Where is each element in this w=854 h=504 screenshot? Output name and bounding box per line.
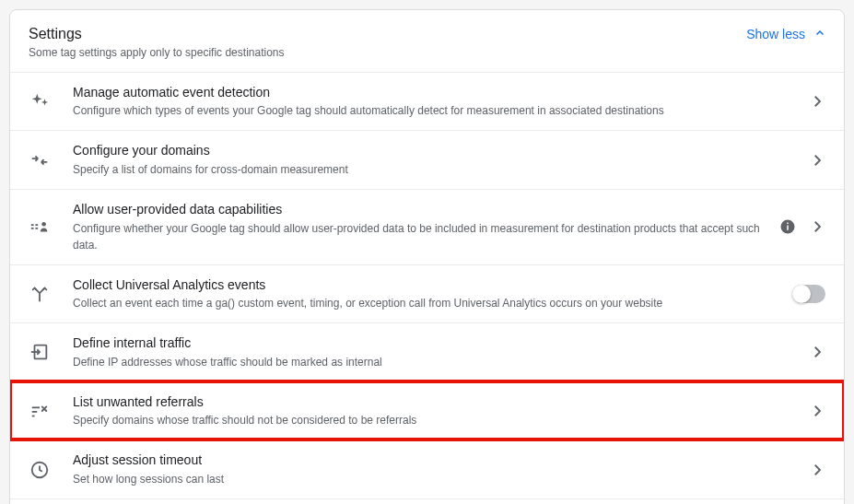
row-title: List unwanted referrals [73,393,798,412]
filter-list-icon [29,401,51,421]
row-title: Configure your domains [73,142,798,160]
row-content: Manage automatic event detection Configu… [73,84,809,120]
page-subtitle: Some tag settings apply only to specific… [29,46,285,59]
setting-row-override-cookie-settings[interactable]: Override cookie settings Change how long… [10,498,844,504]
panel-header: Settings Some tag settings apply only to… [10,10,844,72]
show-less-button[interactable]: Show less [746,25,825,43]
setting-row-collect-ua-events[interactable]: Collect Universal Analytics events Colle… [10,264,844,323]
sparkle-icon [29,91,51,111]
row-content: List unwanted referrals Specify domains … [73,393,809,429]
row-content: Configure your domains Specify a list of… [73,142,809,178]
row-desc: Collect an event each time a ga() custom… [73,295,781,311]
row-content: Allow user-provided data capabilities Co… [73,201,779,253]
setting-row-define-internal-traffic[interactable]: Define internal traffic Define IP addres… [10,322,844,381]
chevron-right-icon [809,403,825,419]
svg-point-4 [41,222,46,227]
row-desc: Configure which types of events your Goo… [73,102,798,119]
row-content: Define internal traffic Define IP addres… [73,334,809,370]
row-desc: Configure whether your Google tag should… [73,220,768,253]
row-actions [779,218,825,235]
chevron-up-icon [814,27,825,41]
svg-rect-1 [31,228,34,229]
row-content: Collect Universal Analytics events Colle… [73,276,792,312]
setting-row-list-unwanted-referrals[interactable]: List unwanted referrals Specify domains … [10,381,844,440]
show-less-label: Show less [746,27,805,41]
row-content: Adjust session timeout Set how long sess… [73,451,809,487]
row-desc: Set how long sessions can last [73,471,798,487]
setting-row-allow-user-provided-data[interactable]: Allow user-provided data capabilities Co… [10,189,844,264]
row-actions [809,344,825,360]
row-actions [792,285,825,303]
settings-panel: Settings Some tag settings apply only to… [9,9,845,504]
chevron-right-icon [809,152,825,169]
row-desc: Specify a list of domains for cross-doma… [73,161,798,178]
row-title: Adjust session timeout [73,451,798,470]
row-title: Define internal traffic [73,334,798,353]
chevron-right-icon [809,462,825,478]
row-actions [809,462,825,478]
setting-row-configure-your-domains[interactable]: Configure your domains Specify a list of… [10,130,844,189]
chevron-right-icon [809,93,825,110]
chevron-right-icon [809,344,825,360]
svg-rect-0 [31,225,34,227]
traffic-box-icon [29,342,51,362]
setting-row-manage-automatic-event-detection[interactable]: Manage automatic event detection Configu… [10,72,844,131]
svg-rect-2 [35,225,38,227]
row-title: Collect Universal Analytics events [73,276,781,295]
row-title: Allow user-provided data capabilities [73,201,768,219]
setting-row-adjust-session-timeout[interactable]: Adjust session timeout Set how long sess… [10,440,844,498]
user-data-icon [29,217,51,237]
row-desc: Define IP addresses whose traffic should… [73,354,798,370]
svg-rect-6 [787,226,789,230]
info-icon[interactable] [779,218,796,235]
split-arrows-icon [29,284,51,304]
svg-rect-7 [787,223,789,225]
row-actions [809,93,825,110]
chevron-right-icon [809,218,825,235]
row-actions [809,403,825,419]
toggle-knob [792,285,811,303]
toggle-switch[interactable] [792,285,825,303]
row-title: Manage automatic event detection [73,84,798,102]
svg-rect-3 [35,228,38,229]
row-actions [809,152,825,169]
clock-icon [29,460,51,480]
page-title: Settings [29,25,285,44]
arrows-merge-icon [29,150,51,170]
header-text: Settings Some tag settings apply only to… [29,25,285,59]
row-desc: Specify domains whose traffic should not… [73,412,798,428]
